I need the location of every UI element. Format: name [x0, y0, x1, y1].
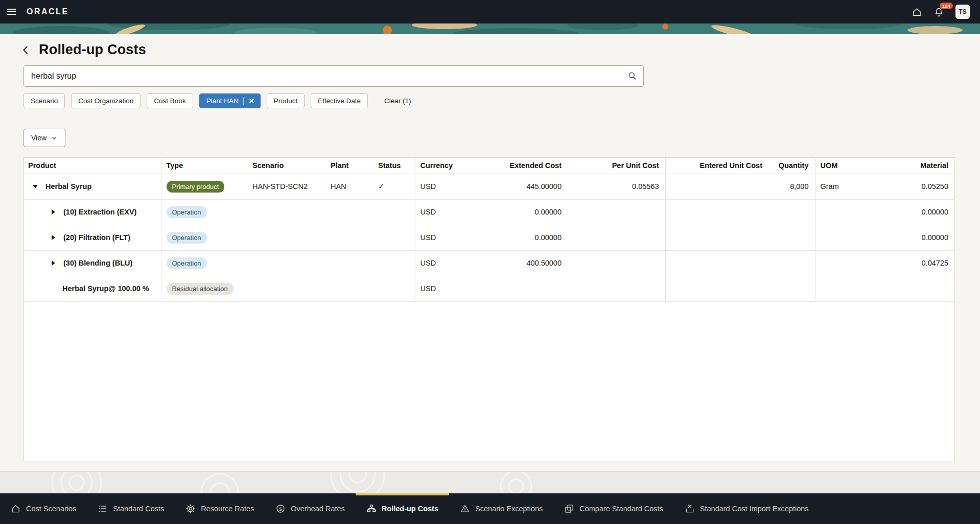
col-type: Type: [161, 158, 247, 174]
col-plant: Plant: [325, 158, 373, 174]
filter-chip-scenario[interactable]: Scenario: [24, 93, 65, 108]
search-input[interactable]: [24, 65, 644, 87]
resource-rates-icon: [185, 504, 196, 514]
nav-item-resource-rates[interactable]: Resource Rates: [175, 493, 265, 524]
type-badge: Operation: [167, 257, 207, 269]
expand-icon[interactable]: [50, 209, 56, 215]
col-product: Product: [24, 158, 161, 174]
nav-item-compare-standard-costs[interactable]: Compare Standard Costs: [553, 493, 674, 524]
table-row[interactable]: (10) Extraction (EXV) Operation USD 0.00…: [24, 199, 954, 225]
page-title: Rolled-up Costs: [39, 42, 146, 58]
chip-divider: [243, 97, 244, 105]
col-material: Material: [890, 158, 954, 174]
home-icon[interactable]: [912, 7, 922, 17]
col-per-unit-cost: Per Unit Cost: [568, 158, 665, 174]
decorative-banner: [0, 23, 980, 34]
chevron-down-icon: [51, 135, 58, 141]
expand-icon[interactable]: [50, 260, 56, 266]
clear-filters-link[interactable]: Clear (1): [384, 97, 411, 105]
oracle-logo: ORACLE: [27, 7, 69, 16]
back-button[interactable]: [20, 44, 32, 56]
col-uom: UOM: [815, 158, 890, 174]
chip-close-icon[interactable]: [248, 98, 255, 104]
nav-item-overhead-rates[interactable]: $ Overhead Rates: [265, 493, 356, 524]
cost-scenarios-icon: [11, 504, 21, 514]
filter-chip-plant-active[interactable]: Plant HAN: [199, 93, 261, 108]
col-status: Status: [373, 158, 415, 174]
type-badge: Operation: [167, 206, 207, 218]
rolled-up-costs-table-card: Product Type Scenario Plant Status Curre…: [24, 157, 955, 461]
table-row[interactable]: Herbal Syrup@ 100.00 % Residual allocati…: [24, 276, 954, 301]
filter-chip-cost-organization[interactable]: Cost Organization: [71, 93, 141, 108]
collapse-icon[interactable]: [32, 185, 38, 188]
table-row[interactable]: Herbal Syrup Primary product HAN-STD-SCN…: [24, 174, 954, 199]
scenario-exceptions-icon: [460, 504, 470, 514]
standard-costs-icon: [98, 504, 108, 514]
import-exceptions-icon: [685, 504, 695, 514]
type-badge: Residual allocation: [167, 283, 234, 295]
table-header-row: Product Type Scenario Plant Status Curre…: [24, 158, 954, 174]
search-icon[interactable]: [627, 70, 638, 81]
status-check-icon: ✓: [378, 182, 385, 190]
bottom-navigation: Cost Scenarios Standard Costs Resource R…: [0, 493, 980, 524]
expand-icon[interactable]: [50, 235, 56, 240]
col-entered-unit-cost: Entered Unit Cost: [665, 158, 768, 174]
nav-item-cost-scenarios[interactable]: Cost Scenarios: [0, 493, 87, 524]
filter-chip-bar: Scenario Cost Organization Cost Book Pla…: [24, 93, 411, 108]
filter-chip-effective-date[interactable]: Effective Date: [311, 93, 368, 108]
notifications-bell-icon[interactable]: 124: [934, 7, 944, 17]
filter-chip-cost-book[interactable]: Cost Book: [147, 93, 193, 108]
hamburger-menu-icon[interactable]: [0, 0, 22, 23]
svg-text:$: $: [279, 506, 283, 512]
notification-count-badge: 124: [940, 3, 953, 9]
type-badge: Primary product: [167, 181, 225, 193]
rolled-up-costs-icon: [366, 504, 377, 514]
col-extended-cost: Extended Cost: [488, 158, 568, 174]
user-avatar[interactable]: TS: [955, 5, 970, 19]
nav-item-scenario-exceptions[interactable]: Scenario Exceptions: [449, 493, 553, 524]
filter-chip-product[interactable]: Product: [267, 93, 305, 108]
nav-item-rolled-up-costs[interactable]: Rolled-up Costs: [356, 493, 449, 524]
col-scenario: Scenario: [247, 158, 325, 174]
nav-item-standard-cost-import-exceptions[interactable]: Standard Cost Import Exceptions: [674, 493, 820, 524]
nav-item-standard-costs[interactable]: Standard Costs: [87, 493, 175, 524]
top-bar: ORACLE 124 TS: [0, 0, 980, 23]
col-currency: Currency: [415, 158, 488, 174]
overhead-rates-icon: $: [275, 504, 286, 514]
decorative-texture: [0, 472, 980, 493]
view-menu-button[interactable]: View: [24, 129, 65, 147]
rolled-up-costs-table: Product Type Scenario Plant Status Curre…: [24, 158, 954, 302]
type-badge: Operation: [167, 232, 207, 244]
col-quantity: Quantity: [768, 158, 815, 174]
compare-standard-costs-icon: [564, 504, 574, 514]
table-row[interactable]: (20) Filtration (FLT) Operation USD 0.00…: [24, 225, 954, 250]
table-row[interactable]: (30) Blending (BLU) Operation USD 400.50…: [24, 250, 954, 276]
